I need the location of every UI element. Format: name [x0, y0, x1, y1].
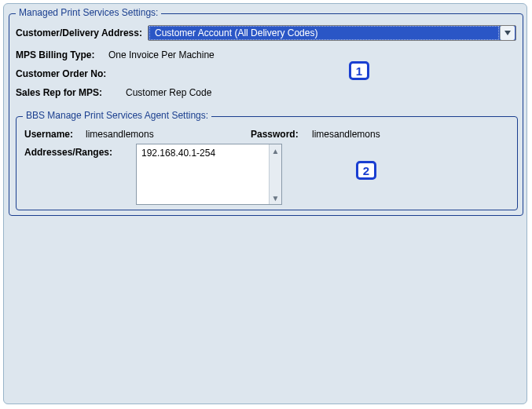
callout-badge-2: 2 [356, 161, 376, 180]
customer-address-selected: Customer Account (All Delivery Codes) [149, 26, 499, 40]
addresses-textarea[interactable] [136, 144, 282, 205]
password-value: limesandlemons [312, 129, 380, 140]
billing-type-label: MPS Billing Type: [16, 49, 108, 60]
combobox-dropdown-button[interactable] [500, 26, 515, 40]
sales-rep-label: Sales Rep for MPS: [16, 87, 126, 98]
addresses-label: Addresses/Ranges: [24, 147, 112, 158]
bbs-agent-settings-legend: BBS Manage Print Services Agent Settings… [23, 110, 211, 121]
billing-type-value: One Invoice Per Machine [108, 49, 215, 60]
mps-settings-group: Managed Print Services Settings: Custome… [9, 13, 523, 216]
mps-settings-legend: Managed Print Services Settings: [16, 7, 161, 18]
customer-address-label: Customer/Delivery Address: [16, 27, 143, 38]
sales-rep-value: Customer Rep Code [126, 87, 211, 98]
textarea-scrollbar[interactable]: ▲ ▼ [269, 144, 281, 204]
chevron-down-icon [504, 31, 511, 35]
scroll-down-icon: ▼ [270, 192, 281, 204]
username-value: limesandlemons [86, 129, 243, 140]
password-label: Password: [251, 129, 312, 140]
username-label: Username: [24, 129, 86, 140]
bbs-agent-settings-group: BBS Manage Print Services Agent Settings… [16, 116, 518, 210]
callout-badge-1: 1 [349, 61, 369, 80]
customer-order-label: Customer Order No: [16, 68, 126, 79]
scroll-up-icon: ▲ [270, 144, 281, 157]
customer-address-combobox[interactable]: Customer Account (All Delivery Codes) [148, 25, 516, 41]
settings-panel: Managed Print Services Settings: Custome… [3, 3, 527, 404]
